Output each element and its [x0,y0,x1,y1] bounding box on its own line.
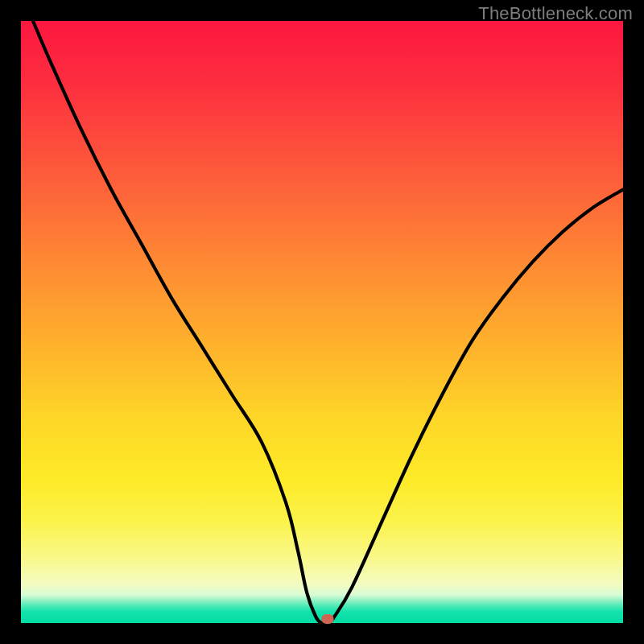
bottleneck-curve [21,21,623,623]
plot-area [21,21,623,623]
chart-frame: TheBottleneck.com [0,0,644,644]
watermark-text: TheBottleneck.com [478,3,633,24]
optimal-point-marker [321,614,333,624]
